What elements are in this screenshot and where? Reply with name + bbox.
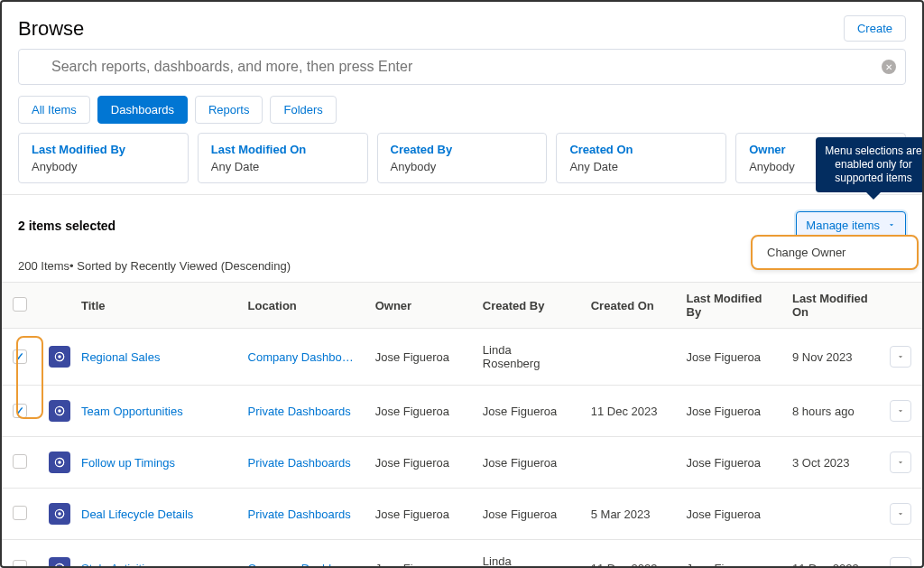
select-all-checkbox[interactable] bbox=[13, 297, 27, 312]
owner-cell: Jose Figueroa bbox=[365, 386, 472, 437]
item-title-link[interactable]: Stale Activities bbox=[81, 562, 157, 569]
create-button[interactable]: Create bbox=[844, 15, 906, 42]
item-title-link[interactable]: Follow up Timings bbox=[81, 456, 175, 470]
last-modified-on-cell: 11 Dec 2023 bbox=[781, 540, 879, 569]
filter-label: Last Modified By bbox=[32, 143, 175, 156]
row-checkbox[interactable] bbox=[13, 454, 27, 469]
col-owner[interactable]: Owner bbox=[365, 283, 472, 329]
svg-point-9 bbox=[59, 513, 60, 515]
item-title-link[interactable]: Deal Lifecycle Details bbox=[81, 507, 193, 521]
table-row: Follow up Timings Private Dashboards Jos… bbox=[2, 437, 922, 489]
last-modified-on-cell: 8 hours ago bbox=[781, 386, 879, 437]
table-row: Deal Lifecycle Details Private Dashboard… bbox=[2, 489, 922, 540]
search-input[interactable] bbox=[18, 49, 906, 85]
last-modified-by-cell: Jose Figueroa bbox=[676, 329, 781, 386]
row-actions-button[interactable] bbox=[890, 452, 911, 473]
filter-value: Any Date bbox=[211, 160, 355, 173]
page-header: Browse Create bbox=[2, 2, 922, 49]
search-container: ✕ bbox=[2, 49, 922, 96]
tab-folders[interactable]: Folders bbox=[270, 96, 336, 124]
selection-count: 2 items selected bbox=[18, 219, 116, 233]
row-checkbox[interactable] bbox=[13, 560, 27, 569]
created-by-cell: Linda Rosenberg bbox=[472, 329, 580, 386]
last-modified-on-cell: 9 Nov 2023 bbox=[781, 329, 879, 386]
filter-value: Anybody bbox=[32, 160, 175, 173]
filter-label: Created By bbox=[391, 143, 534, 156]
page-title: Browse bbox=[18, 17, 84, 41]
created-by-cell: Jose Figueroa bbox=[472, 386, 580, 437]
col-last-modified-on[interactable]: Last Modified On bbox=[781, 283, 879, 329]
row-actions-button[interactable] bbox=[890, 346, 911, 368]
last-modified-on-cell: 3 Oct 2023 bbox=[781, 437, 879, 489]
filter-label: Last Modified On bbox=[211, 143, 355, 156]
filter-value: Any Date bbox=[569, 160, 713, 173]
type-tabs: All Items Dashboards Reports Folders bbox=[2, 96, 922, 133]
svg-point-3 bbox=[59, 356, 60, 358]
created-on-cell bbox=[580, 329, 676, 386]
dashboard-icon bbox=[49, 346, 70, 368]
col-last-modified-by[interactable]: Last Modified By bbox=[676, 283, 781, 329]
filter-row: Last Modified By Anybody Last Modified O… bbox=[2, 133, 922, 194]
tab-reports[interactable]: Reports bbox=[195, 96, 263, 124]
item-title-link[interactable]: Team Opportunities bbox=[81, 405, 183, 418]
item-location-link[interactable]: Private Dashboards bbox=[248, 507, 351, 521]
last-modified-on-cell bbox=[781, 489, 879, 540]
owner-cell: Jose Figueroa bbox=[365, 437, 472, 489]
created-on-cell bbox=[580, 437, 676, 489]
owner-cell: Jose Figueroa bbox=[365, 489, 472, 540]
col-title[interactable]: Title bbox=[70, 283, 237, 329]
created-on-cell: 5 Mar 2023 bbox=[580, 489, 676, 540]
last-modified-by-cell: Jose Figueroa bbox=[676, 540, 781, 569]
created-by-cell: Jose Figueroa bbox=[472, 489, 580, 540]
item-location-link[interactable]: Private Dashboards bbox=[248, 405, 351, 418]
row-actions-button[interactable] bbox=[890, 557, 911, 568]
tab-dashboards[interactable]: Dashboards bbox=[97, 96, 188, 124]
created-by-cell: Jose Figueroa bbox=[472, 437, 580, 489]
last-modified-by-cell: Jose Figueroa bbox=[676, 386, 781, 437]
table-row: Regional Sales Company Dashbo… Jose Figu… bbox=[2, 329, 922, 386]
dashboard-icon bbox=[49, 400, 70, 422]
dashboard-icon bbox=[49, 452, 70, 473]
row-actions-button[interactable] bbox=[890, 503, 911, 525]
item-title-link[interactable]: Regional Sales bbox=[81, 350, 160, 364]
manage-items-label: Manage items bbox=[806, 219, 880, 232]
created-by-cell: Linda Rosenberg bbox=[472, 540, 580, 569]
created-on-cell: 11 Dec 2023 bbox=[580, 386, 676, 437]
col-location[interactable]: Location bbox=[237, 283, 365, 329]
row-checkbox[interactable] bbox=[13, 349, 27, 364]
item-location-link[interactable]: Private Dashboards bbox=[248, 456, 351, 470]
last-modified-by-cell: Jose Figueroa bbox=[676, 437, 781, 489]
row-actions-button[interactable] bbox=[890, 400, 911, 422]
chevron-down-icon bbox=[887, 219, 896, 232]
svg-point-7 bbox=[59, 461, 60, 463]
dashboard-icon bbox=[49, 557, 70, 568]
item-location-link[interactable]: Company Dashbo… bbox=[248, 350, 354, 364]
table-row: Stale Activities Company Dashbo… Jose Fi… bbox=[2, 540, 922, 569]
created-on-cell: 11 Dec 2023 bbox=[580, 540, 676, 569]
item-location-link[interactable]: Company Dashbo… bbox=[248, 562, 354, 568]
items-table: Title Location Owner Created By Created … bbox=[2, 282, 922, 568]
tooltip: Menu selections are enabled only for sup… bbox=[816, 137, 924, 192]
dashboard-icon bbox=[49, 503, 70, 525]
filter-created-by[interactable]: Created By Anybody bbox=[377, 133, 548, 183]
filter-last-modified-on[interactable]: Last Modified On Any Date bbox=[198, 133, 368, 183]
filter-created-on[interactable]: Created On Any Date bbox=[556, 133, 726, 183]
owner-cell: Jose Figueroa bbox=[365, 540, 472, 569]
col-created-on[interactable]: Created On bbox=[580, 283, 676, 329]
last-modified-by-cell: Jose Figueroa bbox=[676, 489, 781, 540]
row-checkbox[interactable] bbox=[13, 404, 27, 418]
table-header-row: Title Location Owner Created By Created … bbox=[2, 283, 922, 329]
row-checkbox[interactable] bbox=[13, 506, 27, 520]
filter-value: Anybody bbox=[391, 160, 534, 173]
tab-all-items[interactable]: All Items bbox=[18, 96, 90, 124]
table-row: Team Opportunities Private Dashboards Jo… bbox=[2, 386, 922, 437]
filter-label: Created On bbox=[569, 143, 713, 156]
filter-last-modified-by[interactable]: Last Modified By Anybody bbox=[18, 133, 189, 183]
clear-search-icon[interactable]: ✕ bbox=[882, 60, 896, 74]
manage-menu-item-change-owner[interactable]: Change Owner bbox=[751, 235, 919, 270]
owner-cell: Jose Figueroa bbox=[365, 329, 472, 386]
col-created-by[interactable]: Created By bbox=[472, 283, 580, 329]
selection-bar: 2 items selected Menu selections are ena… bbox=[2, 195, 922, 245]
svg-point-5 bbox=[59, 410, 60, 412]
